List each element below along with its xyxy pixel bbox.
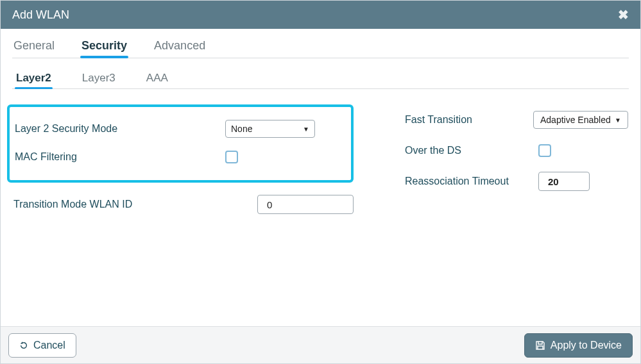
- select-l2-value: None: [231, 124, 252, 134]
- apply-label: Apply to Device: [551, 340, 622, 351]
- row-over-the-ds: Over the DS: [405, 135, 629, 166]
- right-column: Fast Transition Adaptive Enabled ▼ Over …: [405, 104, 629, 219]
- left-column: Layer 2 Security Mode None ▼ MAC Filteri…: [12, 104, 354, 219]
- select-l2-security-mode[interactable]: None ▼: [225, 120, 315, 138]
- row-mac-filtering: MAC Filtering: [15, 143, 342, 171]
- form-content: Layer 2 Security Mode None ▼ MAC Filteri…: [12, 104, 629, 219]
- apply-to-device-button[interactable]: Apply to Device: [524, 333, 633, 358]
- cancel-label: Cancel: [33, 340, 65, 351]
- security-subtabs: Layer2 Layer3 AAA: [12, 67, 629, 89]
- cancel-button[interactable]: Cancel: [8, 333, 76, 358]
- close-icon[interactable]: ✖: [618, 7, 629, 22]
- label-transition-mode: Transition Mode WLAN ID: [13, 199, 180, 210]
- label-l2-security-mode: Layer 2 Security Mode: [15, 123, 143, 135]
- label-over-the-ds: Over the DS: [405, 145, 533, 156]
- subtab-layer2[interactable]: Layer2: [15, 72, 53, 88]
- modal-footer: Cancel Apply to Device: [1, 326, 640, 363]
- row-fast-transition: Fast Transition Adaptive Enabled ▼: [405, 104, 629, 135]
- label-reassociation-timeout: Reassociation Timeout: [405, 176, 533, 187]
- chevron-down-icon: ▼: [303, 126, 309, 133]
- input-reassociation-timeout[interactable]: 20: [538, 172, 590, 191]
- input-transition-mode-wlan-id[interactable]: 0: [257, 195, 354, 214]
- checkbox-mac-filtering[interactable]: [225, 151, 238, 163]
- chevron-down-icon: ▼: [615, 117, 621, 124]
- subtab-aaa[interactable]: AAA: [145, 72, 169, 88]
- modal-title: Add WLAN: [12, 8, 69, 22]
- label-mac-filtering: MAC Filtering: [15, 151, 143, 163]
- undo-icon: [19, 341, 28, 350]
- select-fast-transition[interactable]: Adaptive Enabled ▼: [533, 111, 628, 129]
- checkbox-over-the-ds[interactable]: [538, 144, 551, 157]
- highlighted-group: Layer 2 Security Mode None ▼ MAC Filteri…: [7, 104, 354, 183]
- select-ft-value: Adaptive Enabled: [540, 115, 611, 125]
- subtab-layer3[interactable]: Layer3: [81, 72, 117, 88]
- modal-body: General Security Advanced Layer2 Layer3 …: [1, 29, 640, 326]
- tab-security[interactable]: Security: [80, 39, 128, 58]
- row-l2-security-mode: Layer 2 Security Mode None ▼: [15, 115, 342, 143]
- tab-advanced[interactable]: Advanced: [153, 39, 207, 58]
- add-wlan-modal: Add WLAN ✖ General Security Advanced Lay…: [0, 0, 641, 364]
- main-tabs: General Security Advanced: [12, 35, 629, 58]
- row-transition-mode: Transition Mode WLAN ID 0: [12, 190, 354, 219]
- save-icon: [535, 340, 545, 351]
- row-reassociation-timeout: Reassociation Timeout 20: [405, 166, 629, 197]
- title-bar: Add WLAN ✖: [1, 1, 640, 29]
- label-fast-transition: Fast Transition: [405, 114, 533, 126]
- tab-general[interactable]: General: [12, 39, 56, 58]
